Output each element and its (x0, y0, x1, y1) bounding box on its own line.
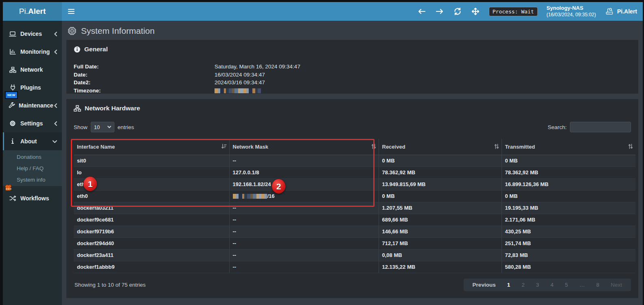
cell-mask: -- (229, 155, 379, 167)
entries-select-value: 10 (94, 124, 107, 130)
cell-interface: dockerf1abbb9 (74, 261, 229, 273)
show-label: Show (74, 124, 88, 130)
entries-summary: Showing 1 to 10 of 75 entries (74, 282, 146, 288)
search-label: Search: (548, 124, 567, 130)
cell-received: 0,08 MB (379, 250, 502, 261)
devices-icon (9, 31, 17, 37)
cell-received: 146,66 MB (379, 226, 502, 238)
page-button-8[interactable]: 8 (591, 281, 605, 288)
column-header-transmitted[interactable]: Transmitted (502, 139, 635, 155)
app-logo[interactable]: Pi.Alert (3, 2, 62, 21)
cell-mask: -- (229, 250, 379, 261)
panel-title-text: Network Hardware (85, 105, 140, 112)
cell-mask: -- (229, 214, 379, 226)
sidebar-item-settings[interactable]: Settings (3, 114, 62, 132)
submenu-item-donations[interactable]: Donations (3, 151, 62, 162)
field-value: 2024/03/16 09:34:47 (215, 79, 265, 87)
field-label: Date: (74, 71, 215, 79)
panel-title-text: General (84, 46, 108, 53)
table-row: lo127.0.0.1/878.362,92 MB78.362,92 MB (74, 167, 635, 179)
cell-interface: dockerf9719b6 (74, 226, 229, 238)
cell-transmitted: 16.899.126,36 MB (502, 179, 635, 191)
info-icon (9, 138, 17, 145)
sidebar-item-network[interactable]: Network (3, 61, 62, 79)
page-button-5[interactable]: 5 (559, 281, 574, 288)
entries-label: entries (118, 124, 134, 130)
move-icon[interactable] (471, 7, 480, 16)
page-button-4[interactable]: 4 (545, 281, 559, 288)
sort-both-icon[interactable] (494, 144, 499, 150)
table-row: dockerf23a411--0,08 MB72,83 MB (74, 250, 635, 261)
search-input[interactable] (570, 122, 631, 132)
cell-interface: sit0 (74, 155, 229, 167)
column-header-interface-name[interactable]: Interface Name (74, 139, 229, 155)
cell-interface: dockerf9ce681 (74, 214, 229, 226)
top-navbar: Pi.Alert Process: Wait Synology-NAS (16/… (3, 2, 643, 21)
sidebar-item-about[interactable]: About (3, 132, 62, 150)
forward-arrow-icon[interactable] (435, 7, 444, 16)
cell-transmitted: 0 MB (502, 155, 635, 167)
gear-icon (9, 120, 17, 127)
sidebar-item-label: Devices (20, 31, 52, 37)
field-label: Date2: (74, 79, 215, 87)
device-info: Synology-NAS (16/03/2024, 09:35:02) (547, 5, 596, 18)
table-row: sit0--0 MB0 MB (74, 155, 635, 167)
sort-both-icon[interactable] (371, 144, 376, 150)
sidebar-item-monitoring[interactable]: Monitoring (3, 43, 62, 61)
column-header-network-mask[interactable]: Network Mask (229, 139, 379, 155)
table-controls: Show 10 entries Search: (70, 122, 634, 132)
microchip-icon (67, 26, 77, 36)
cell-transmitted: 78.362,92 MB (502, 167, 635, 179)
cell-received: 712,17 MB (379, 238, 502, 250)
table-row: dockerf294d40--712,17 MB251,74 MB (74, 238, 635, 250)
cell-mask: -- (229, 226, 379, 238)
sort-both-icon[interactable] (628, 144, 633, 150)
page-button-2[interactable]: 2 (516, 281, 530, 288)
sidebar-item-maintenance[interactable]: NEW Maintenance (3, 97, 62, 114)
table-footer: Showing 1 to 10 of 75 entries Previous12… (70, 279, 634, 291)
cell-received: 13.949.815,69 MB (379, 179, 502, 191)
cell-mask: /16 (229, 191, 379, 202)
page-button-…[interactable]: … (574, 281, 591, 288)
cell-received: 78.362,92 MB (379, 167, 502, 179)
cell-interface: eth1 (74, 179, 229, 191)
shuffle-icon (9, 195, 17, 201)
field-value: 16/03/2024 09:34:47 (215, 71, 265, 79)
cell-mask: -- (229, 238, 379, 250)
entries-select[interactable]: 10 (91, 122, 114, 132)
refresh-icon[interactable] (453, 7, 462, 16)
table-header-row: Interface Name Network Mask Received Tra… (74, 139, 635, 155)
field-label: Full Date: (74, 63, 215, 71)
sitemap-icon (74, 105, 81, 112)
logo-bold: Alert (28, 7, 46, 16)
main-content: System Information General Full Date:Sat… (62, 21, 643, 305)
redacted-pixels (215, 88, 261, 93)
cell-received: 0 MB (379, 155, 502, 167)
menu-toggle-icon[interactable] (62, 2, 81, 21)
app-window: Pi.Alert Process: Wait Synology-NAS (16/… (3, 2, 643, 305)
table-body: sit0--0 MB0 MBlo127.0.0.1/878.362,92 MB7… (74, 155, 635, 273)
sidebar-item-label: Network (20, 66, 57, 73)
logo-prefix: Pi. (19, 7, 28, 16)
column-header-received[interactable]: Received (379, 139, 502, 155)
network-icon (9, 67, 17, 73)
chevron-left-icon (53, 103, 57, 108)
cell-interface: lo (74, 167, 229, 179)
process-status-badge: Process: Wait (489, 7, 538, 16)
table-row: eth0/160 MB0 MB (74, 191, 635, 202)
sort-desc-icon[interactable] (221, 144, 227, 150)
back-arrow-icon[interactable] (417, 7, 426, 16)
page-button-1[interactable]: 1 (502, 281, 516, 288)
sidebar-item-devices[interactable]: Devices (3, 25, 62, 43)
submenu-item-help-faq[interactable]: Help / FAQ (3, 162, 62, 174)
page-button-previous[interactable]: Previous (467, 281, 502, 288)
cell-transmitted: 2.171,06 MB (502, 214, 635, 226)
sidebar-item-label: Settings (20, 120, 52, 127)
plug-icon (9, 84, 17, 91)
cell-mask: -- (229, 202, 379, 214)
sidebar-item-workflows[interactable]: Workflows (3, 189, 62, 207)
sidebar: Devices Monitoring Network Plugins NEW M… (3, 21, 62, 305)
general-fields: Full Date:Saturday, March 16, 2024 09:34… (74, 63, 631, 94)
page-button-3[interactable]: 3 (530, 281, 545, 288)
page-title: System Information (81, 26, 155, 36)
